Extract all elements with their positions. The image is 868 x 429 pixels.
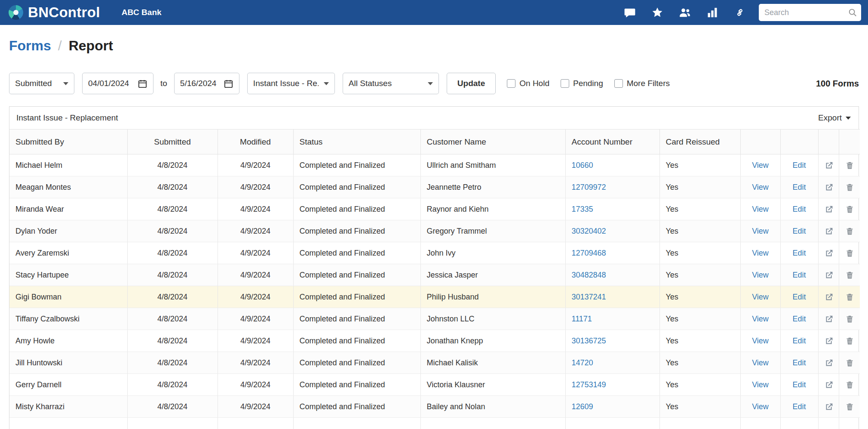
view-link[interactable]: View (752, 249, 769, 257)
column-header-account-number: Account Number (565, 130, 659, 154)
edit-link[interactable]: Edit (792, 293, 806, 301)
view-link[interactable]: View (752, 315, 769, 323)
external-link-icon[interactable] (825, 380, 834, 389)
cell-view: View (740, 242, 780, 264)
account-number-link[interactable]: 10660 (572, 161, 593, 170)
external-link-icon[interactable] (825, 182, 834, 192)
view-link[interactable]: View (752, 293, 769, 301)
external-link-icon[interactable] (825, 336, 834, 346)
cell-view: View (740, 176, 780, 198)
view-link[interactable]: View (752, 358, 769, 367)
account-number-link[interactable]: 14720 (572, 358, 593, 367)
submitted-type-select[interactable]: Submitted (9, 73, 74, 94)
checkbox-input[interactable] (614, 79, 623, 88)
edit-link[interactable]: Edit (792, 380, 806, 389)
breadcrumb-forms-link[interactable]: Forms (9, 38, 51, 54)
external-link-icon[interactable] (825, 292, 834, 302)
filter-checkbox-pending[interactable]: Pending (561, 79, 603, 88)
checkbox-input[interactable] (507, 79, 515, 88)
external-link-icon[interactable] (825, 248, 834, 258)
chat-icon[interactable] (624, 6, 636, 19)
account-number-link[interactable]: 30320402 (572, 227, 606, 235)
cell-status: Completed and Finalized (293, 308, 420, 330)
external-link-icon[interactable] (825, 204, 834, 214)
filter-checkbox-on-hold[interactable]: On Hold (507, 79, 549, 88)
column-header-actions (818, 130, 839, 154)
account-number-link[interactable]: 12753149 (572, 380, 606, 389)
edit-link[interactable]: Edit (792, 315, 806, 323)
edit-link[interactable]: Edit (792, 249, 806, 257)
trash-icon[interactable] (845, 226, 854, 236)
account-number-link[interactable]: 12709468 (572, 249, 606, 257)
checkbox-input[interactable] (561, 79, 569, 88)
cell-delete (839, 242, 860, 264)
trash-icon[interactable] (845, 380, 854, 389)
calendar-icon[interactable] (224, 79, 233, 89)
account-number-link[interactable]: 30482848 (572, 271, 606, 279)
view-link[interactable]: View (752, 336, 769, 345)
cell-edit: Edit (780, 396, 818, 418)
users-icon[interactable] (679, 6, 691, 19)
trash-icon[interactable] (845, 292, 854, 302)
search-input[interactable] (759, 4, 861, 21)
account-number-link[interactable]: 11171 (572, 315, 592, 323)
edit-link[interactable]: Edit (792, 183, 806, 191)
date-to-input[interactable]: 5/16/2024 (174, 73, 239, 94)
filter-checkbox-more-filters[interactable]: More Filters (614, 79, 670, 88)
cell-customer-name: Jonathan Knepp (420, 330, 565, 352)
cell-open-external (818, 198, 839, 220)
form-type-select[interactable]: Instant Issue - Re... (247, 73, 335, 94)
date-from-input[interactable]: 04/01/2024 (82, 73, 153, 94)
trash-icon[interactable] (845, 248, 854, 258)
view-link[interactable]: View (752, 380, 769, 389)
cell-submitted: 4/8/2024 (127, 264, 218, 286)
star-icon[interactable] (651, 6, 663, 19)
trash-icon[interactable] (845, 402, 854, 411)
account-number-link[interactable]: 12709972 (572, 183, 606, 191)
cell-submitted-by: Meagan Montes (9, 176, 127, 198)
trash-icon[interactable] (845, 160, 854, 170)
trash-icon[interactable] (845, 182, 854, 192)
column-header-status: Status (293, 130, 420, 154)
calendar-icon[interactable] (138, 79, 147, 89)
edit-link[interactable]: Edit (792, 271, 806, 279)
cell-submitted-by: Tiffany Czalbowski (9, 308, 127, 330)
trash-icon[interactable] (845, 204, 854, 214)
edit-link[interactable]: Edit (792, 402, 806, 411)
view-link[interactable]: View (752, 183, 769, 191)
external-link-icon[interactable] (825, 160, 834, 170)
view-link[interactable]: View (752, 402, 769, 411)
view-link[interactable]: View (752, 205, 769, 213)
export-button[interactable]: Export (818, 113, 851, 123)
account-number-link[interactable]: 12609 (572, 402, 593, 411)
edit-link[interactable]: Edit (792, 161, 806, 170)
status-select[interactable]: All Statuses (343, 73, 439, 94)
brand-logo[interactable]: BNControl (9, 4, 100, 21)
trash-icon[interactable] (845, 314, 854, 324)
update-button[interactable]: Update (447, 73, 496, 94)
cell-open-external (818, 154, 839, 176)
external-link-icon[interactable] (825, 402, 834, 411)
view-link[interactable]: View (752, 227, 769, 235)
external-link-icon[interactable] (825, 358, 834, 367)
cell-submitted-by: Amy Howle (9, 330, 127, 352)
search-icon[interactable] (848, 8, 857, 17)
edit-link[interactable]: Edit (792, 205, 806, 213)
trash-icon[interactable] (845, 270, 854, 280)
cell-card-reissued: Yes (659, 352, 740, 374)
view-link[interactable]: View (752, 161, 769, 170)
external-link-icon[interactable] (825, 226, 834, 236)
trash-icon[interactable] (845, 358, 854, 367)
account-number-link[interactable]: 30136725 (572, 336, 606, 345)
bar-chart-icon[interactable] (706, 6, 718, 19)
edit-link[interactable]: Edit (792, 358, 806, 367)
trash-icon[interactable] (845, 336, 854, 346)
link-icon[interactable] (734, 6, 746, 19)
external-link-icon[interactable] (825, 270, 834, 280)
edit-link[interactable]: Edit (792, 227, 806, 235)
view-link[interactable]: View (752, 271, 769, 279)
edit-link[interactable]: Edit (792, 336, 806, 345)
account-number-link[interactable]: 30137241 (572, 293, 606, 301)
account-number-link[interactable]: 17335 (572, 205, 593, 213)
external-link-icon[interactable] (825, 314, 834, 324)
